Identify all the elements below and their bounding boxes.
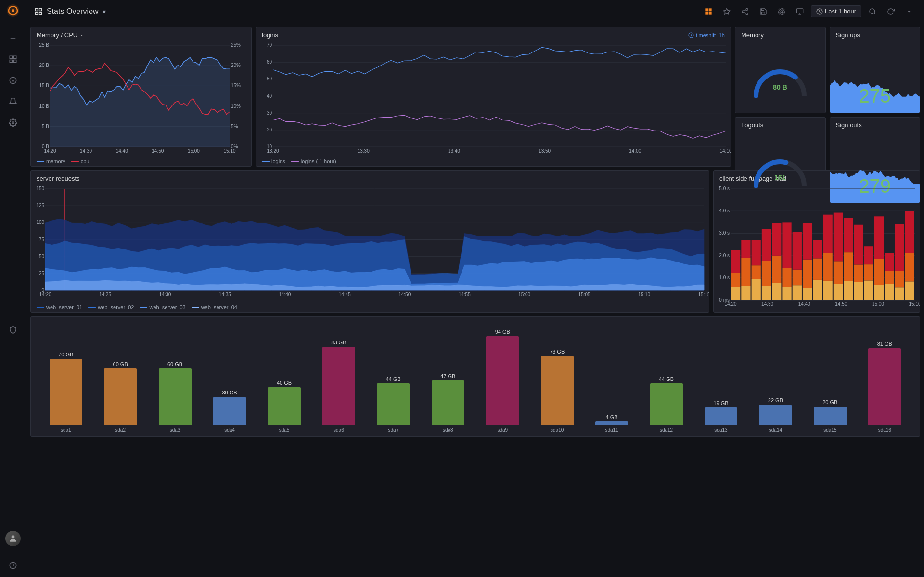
client-load-chart bbox=[714, 184, 920, 312]
grafana-logo[interactable] bbox=[6, 4, 20, 19]
disk-bar-value-label: 83 GB bbox=[331, 340, 346, 345]
svg-point-31 bbox=[781, 11, 783, 13]
disk-bar-group: 94 GBsda9 bbox=[475, 329, 530, 433]
legend-ws02-label: web_server_02 bbox=[98, 304, 134, 310]
disk-bar-name-label: sda10 bbox=[551, 427, 564, 433]
refresh-button[interactable] bbox=[884, 4, 898, 19]
svg-line-37 bbox=[874, 13, 875, 14]
timeshift-badge: timeshift -1h bbox=[688, 32, 725, 38]
svg-marker-12 bbox=[12, 79, 14, 82]
settings-button[interactable] bbox=[774, 4, 789, 19]
server-requests-title: server requests bbox=[37, 175, 80, 182]
disk-bar-value-label: 81 GB bbox=[877, 341, 892, 347]
disk-bar bbox=[322, 347, 355, 426]
save-button[interactable] bbox=[756, 4, 770, 19]
memory-cpu-dropdown[interactable] bbox=[79, 33, 84, 38]
disk-bar bbox=[814, 407, 847, 425]
legend-logins-label: logins bbox=[271, 158, 285, 164]
disk-bar bbox=[159, 368, 192, 425]
disk-bar-group: 22 GBsda14 bbox=[748, 397, 803, 433]
legend-ws03: web_server_03 bbox=[140, 304, 185, 310]
disk-bar-name-label: sda8 bbox=[443, 427, 453, 433]
disk-bar-group: 73 GBsda10 bbox=[530, 349, 584, 433]
disk-bar-group: 40 GBsda5 bbox=[257, 380, 311, 433]
legend-ws02-dot bbox=[88, 307, 96, 308]
server-requests-panel: server requests web_server_01 web_server… bbox=[30, 170, 709, 313]
memory-cpu-panel: Memory / CPU memory cpu bbox=[30, 27, 252, 167]
legend-memory-label: memory bbox=[46, 158, 65, 164]
disk-bar bbox=[50, 359, 82, 425]
disk-chart: 70 GBsda160 GBsda260 GBsda330 GBsda440 G… bbox=[35, 321, 916, 433]
client-load-canvas bbox=[714, 184, 920, 312]
svg-rect-21 bbox=[705, 8, 708, 11]
star-button[interactable] bbox=[719, 4, 734, 19]
disk-bar-value-label: 30 GB bbox=[222, 390, 237, 395]
panel-view-button[interactable] bbox=[701, 4, 716, 19]
dashboard-icon bbox=[34, 7, 43, 16]
sidebar-item-add[interactable] bbox=[7, 32, 19, 44]
legend-memory-dot bbox=[37, 161, 44, 162]
help-icon[interactable] bbox=[7, 560, 19, 571]
disk-bar-group: 47 GBsda8 bbox=[421, 373, 475, 433]
legend-ws04: web_server_04 bbox=[192, 304, 237, 310]
signups-panel: Sign ups 275 bbox=[830, 27, 921, 113]
logins-legend: logins logins (-1 hour) bbox=[256, 157, 731, 166]
disk-bar bbox=[868, 348, 901, 425]
disk-bar-name-label: sda12 bbox=[660, 427, 673, 433]
legend-ws03-dot bbox=[140, 307, 147, 308]
legend-logins-1h-label: logins (-1 hour) bbox=[301, 158, 336, 164]
search-button[interactable] bbox=[865, 4, 880, 19]
disk-bar bbox=[104, 368, 137, 425]
disk-bar-value-label: 22 GB bbox=[768, 397, 783, 403]
client-load-panel: client side full page load bbox=[713, 170, 920, 313]
svg-rect-18 bbox=[39, 8, 42, 11]
share-button[interactable] bbox=[738, 4, 752, 19]
logins-canvas bbox=[256, 40, 731, 157]
user-avatar[interactable] bbox=[5, 531, 21, 546]
logouts-gauge-title: Logouts bbox=[741, 121, 763, 129]
disk-bar bbox=[213, 397, 246, 425]
row-1: Memory / CPU memory cpu bbox=[30, 27, 920, 167]
legend-cpu: cpu bbox=[71, 158, 90, 164]
logouts-gauge-svg: 161 bbox=[749, 145, 811, 188]
svg-rect-10 bbox=[14, 60, 16, 63]
sidebar-item-explore[interactable] bbox=[7, 75, 19, 86]
page-title-area: Stats Overview ▾ bbox=[34, 7, 697, 16]
svg-marker-25 bbox=[723, 8, 730, 14]
svg-rect-19 bbox=[35, 12, 38, 14]
disk-bar bbox=[268, 387, 300, 425]
svg-point-13 bbox=[12, 122, 14, 124]
sidebar-item-shield[interactable] bbox=[7, 324, 19, 336]
topbar: Stats Overview ▾ Last 1 hour bbox=[26, 0, 924, 23]
memory-cpu-canvas bbox=[31, 40, 251, 157]
page-title: Stats Overview bbox=[47, 7, 99, 16]
svg-rect-8 bbox=[14, 56, 16, 58]
sidebar-item-dashboard[interactable] bbox=[7, 53, 19, 65]
svg-rect-23 bbox=[705, 12, 708, 14]
disk-bar-name-label: sda15 bbox=[823, 427, 836, 433]
memory-cpu-legend: memory cpu bbox=[31, 157, 251, 166]
logouts-gauge-value: 161 bbox=[775, 173, 786, 181]
legend-logins-dot bbox=[262, 161, 270, 162]
tv-button[interactable] bbox=[793, 4, 807, 19]
signouts-title: Sign outs bbox=[836, 121, 862, 129]
refresh-dropdown-button[interactable] bbox=[902, 4, 916, 19]
signups-value: 275 bbox=[830, 85, 920, 107]
sidebar-item-settings[interactable] bbox=[7, 117, 19, 129]
disk-bar-name-label: sda1 bbox=[61, 427, 71, 433]
time-range-picker[interactable]: Last 1 hour bbox=[811, 5, 861, 17]
logins-chart bbox=[256, 40, 731, 157]
legend-ws04-dot bbox=[192, 307, 199, 308]
dropdown-arrow[interactable]: ▾ bbox=[103, 8, 106, 15]
svg-point-36 bbox=[870, 9, 875, 14]
server-requests-canvas bbox=[31, 184, 709, 302]
disk-bar-name-label: sda7 bbox=[388, 427, 399, 433]
disk-panel: 70 GBsda160 GBsda260 GBsda330 GBsda440 G… bbox=[30, 316, 920, 437]
disk-bar-group: 4 GBsda11 bbox=[584, 414, 639, 433]
timeshift-label: timeshift -1h bbox=[696, 32, 725, 38]
svg-rect-9 bbox=[10, 60, 12, 63]
time-range-label: Last 1 hour bbox=[825, 8, 856, 15]
disk-bar-value-label: 60 GB bbox=[167, 361, 182, 367]
sidebar-item-alerts[interactable] bbox=[7, 96, 19, 107]
disk-bar-name-label: sda5 bbox=[279, 427, 290, 433]
